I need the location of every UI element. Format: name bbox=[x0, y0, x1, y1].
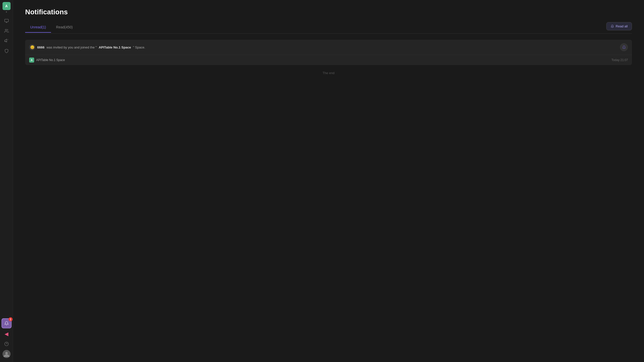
user-avatar[interactable] bbox=[3, 350, 11, 358]
tab-unread[interactable]: Unread(1) bbox=[25, 23, 51, 33]
monitor-icon[interactable] bbox=[2, 16, 11, 25]
shield-icon[interactable] bbox=[2, 46, 11, 56]
notif-bell-button[interactable] bbox=[620, 43, 628, 51]
notification-header: 😊 6666 was invited by you and joined the… bbox=[25, 40, 632, 55]
notification-user-row: 😊 6666 was invited by you and joined the… bbox=[29, 44, 145, 50]
end-message: The end bbox=[25, 71, 632, 75]
read-all-label: Read all bbox=[616, 24, 628, 28]
notif-action-suffix: " Space. bbox=[133, 45, 145, 49]
sidebar: A ▾ 1 ◀ bbox=[0, 0, 13, 362]
bell-icon bbox=[622, 45, 626, 49]
notif-action-text: was invited by you and joined the " bbox=[47, 45, 97, 49]
tabs-row: Unread(1) Read(450) Read all bbox=[25, 22, 632, 34]
notif-space-label: APITable No.1 Space bbox=[36, 58, 65, 62]
notif-timestamp: Today 21:07 bbox=[612, 58, 628, 62]
rocket-icon[interactable] bbox=[2, 36, 11, 45]
notification-bell-wrapper: 1 bbox=[2, 318, 12, 328]
notif-space-name: APITable No.1 Space bbox=[99, 45, 131, 49]
app-avatar[interactable]: A bbox=[3, 2, 11, 10]
notification-badge: 1 bbox=[9, 317, 13, 321]
workspace-chevron[interactable]: ▾ bbox=[6, 11, 7, 13]
tab-read[interactable]: Read(450) bbox=[51, 23, 78, 33]
svg-point-4 bbox=[5, 352, 8, 354]
notification-card: 😊 6666 was invited by you and joined the… bbox=[25, 40, 632, 65]
page-title: Notifications bbox=[25, 8, 632, 16]
help-icon[interactable] bbox=[2, 339, 11, 348]
tabs-list: Unread(1) Read(450) bbox=[25, 23, 78, 32]
read-all-button[interactable]: Read all bbox=[606, 22, 632, 30]
notification-footer: A APITable No.1 Space Today 21:07 bbox=[25, 55, 632, 65]
notif-space-row: A APITable No.1 Space bbox=[29, 58, 65, 63]
bell-check-icon bbox=[611, 25, 614, 28]
svg-rect-0 bbox=[5, 19, 8, 22]
notif-user-emoji-avatar: 😊 bbox=[29, 44, 35, 50]
back-arrow-button[interactable]: ◀ bbox=[3, 330, 11, 338]
main-content: Notifications Unread(1) Read(450) Read a… bbox=[13, 0, 644, 362]
notif-username: 6666 bbox=[37, 45, 44, 49]
team-icon[interactable] bbox=[2, 26, 11, 35]
svg-point-2 bbox=[5, 342, 8, 346]
sidebar-nav bbox=[2, 16, 11, 318]
notif-space-avatar: A bbox=[29, 58, 34, 63]
svg-point-1 bbox=[5, 29, 7, 31]
sidebar-bottom: 1 ◀ bbox=[2, 318, 12, 358]
